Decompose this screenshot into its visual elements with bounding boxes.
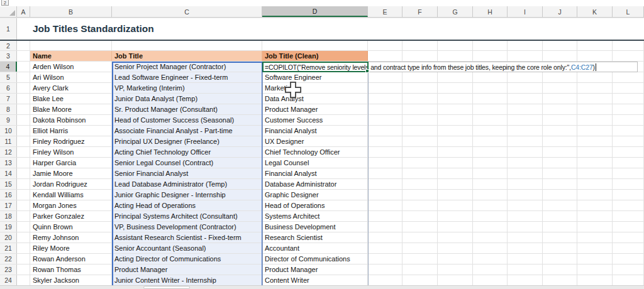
cell-I19[interactable] <box>508 222 543 232</box>
cell-G19[interactable] <box>438 222 473 232</box>
cell-D23[interactable]: Product Manager <box>262 264 368 275</box>
cell-F7[interactable] <box>402 94 438 104</box>
cell-A15[interactable] <box>17 179 30 189</box>
cell-E13[interactable] <box>368 158 402 168</box>
cell-B6[interactable]: Avery Clark <box>30 83 112 93</box>
cell-D16[interactable]: Graphic Designer <box>262 190 368 200</box>
column-header-K[interactable]: K <box>577 6 613 17</box>
cell-F3[interactable] <box>402 51 438 61</box>
cell-A2[interactable] <box>17 41 30 50</box>
cell-I8[interactable] <box>508 104 543 114</box>
cell-C7[interactable]: Junior Data Analyst (Temp) <box>112 94 262 104</box>
row-header-20[interactable]: 20 <box>0 232 17 243</box>
cell-F24[interactable] <box>402 275 438 285</box>
cell-H22[interactable] <box>473 254 508 264</box>
cell-H15[interactable] <box>473 179 508 189</box>
cell-B12[interactable]: Finley Wilson <box>30 147 112 157</box>
cell-C21[interactable]: Senior Accountant (Seasonal) <box>112 243 262 253</box>
cell-H3[interactable] <box>473 51 508 61</box>
cell-C13[interactable]: Senior Legal Counsel (Contract) <box>112 158 262 168</box>
row-header-18[interactable]: 18 <box>0 211 17 221</box>
column-header-C[interactable]: C <box>112 6 262 17</box>
cell-A24[interactable] <box>17 275 30 285</box>
cell-E16[interactable] <box>368 190 402 200</box>
cell-I21[interactable] <box>508 243 543 253</box>
cell-C8[interactable]: Sr. Product Manager (Consultant) <box>112 104 262 114</box>
cell-I9[interactable] <box>508 115 543 125</box>
cell-F17[interactable] <box>402 200 438 210</box>
cell-L14[interactable] <box>613 168 644 178</box>
cell-C22[interactable]: Acting Director of Communications <box>112 254 262 264</box>
cell-I11[interactable] <box>508 136 543 146</box>
cell-B21[interactable]: Riley Moore <box>30 243 112 253</box>
cell-D15[interactable]: Database Administrator <box>262 179 368 189</box>
cell-H19[interactable] <box>473 222 508 232</box>
cell-J10[interactable] <box>543 126 577 136</box>
row-header-1[interactable]: 1 <box>0 18 17 40</box>
cell-D10[interactable]: Financial Analyst <box>262 126 368 136</box>
cell-E20[interactable] <box>368 232 402 243</box>
cell-I22[interactable] <box>508 254 543 264</box>
cell-B18[interactable]: Parker Gonzalez <box>30 211 112 221</box>
cell-C11[interactable]: Principal UX Designer (Freelance) <box>112 136 262 146</box>
cell-K17[interactable] <box>577 200 613 210</box>
cell-J20[interactable] <box>543 232 577 243</box>
cell-I18[interactable] <box>508 211 543 221</box>
select-all-button[interactable] <box>0 6 17 17</box>
cell-H9[interactable] <box>473 115 508 125</box>
cell-C6[interactable]: VP, Marketing (Interim) <box>112 83 262 93</box>
cell-D5[interactable]: Software Engineer <box>262 72 368 82</box>
cell-B2[interactable] <box>30 41 112 50</box>
cell-E23[interactable] <box>368 264 402 275</box>
column-header-H[interactable]: H <box>473 6 508 17</box>
cell-L2[interactable] <box>613 41 644 50</box>
cell-F10[interactable] <box>402 126 438 136</box>
cell-L13[interactable] <box>613 158 644 168</box>
row-header-21[interactable]: 21 <box>0 243 17 253</box>
cell-H16[interactable] <box>473 190 508 200</box>
cell-F2[interactable] <box>402 41 438 50</box>
cell-I16[interactable] <box>508 190 543 200</box>
cell-A17[interactable] <box>17 200 30 210</box>
row-header-23[interactable]: 23 <box>0 264 17 275</box>
cell-I14[interactable] <box>508 168 543 178</box>
cell-B19[interactable]: Quinn Brown <box>30 222 112 232</box>
cell-I7[interactable] <box>508 94 543 104</box>
row-header-11[interactable]: 11 <box>0 136 17 146</box>
cell-C16[interactable]: Junior Graphic Designer - Internship <box>112 190 262 200</box>
cell-G17[interactable] <box>438 200 473 210</box>
column-header-J[interactable]: J <box>543 6 577 17</box>
column-header-E[interactable]: E <box>368 6 402 17</box>
cell-F23[interactable] <box>402 264 438 275</box>
cell-K23[interactable] <box>577 264 613 275</box>
cell-D19[interactable]: Business Development <box>262 222 368 232</box>
cell-B13[interactable]: Harper Garcia <box>30 158 112 168</box>
cell-H18[interactable] <box>473 211 508 221</box>
cell-F22[interactable] <box>402 254 438 264</box>
cell-E6[interactable] <box>368 83 402 93</box>
cell-G18[interactable] <box>438 211 473 221</box>
cell-C23[interactable]: Product Manager <box>112 264 262 275</box>
cell-I15[interactable] <box>508 179 543 189</box>
cell-D6[interactable]: Marketing <box>262 83 368 93</box>
cell-J19[interactable] <box>543 222 577 232</box>
cell-B14[interactable]: Jamie Moore <box>30 168 112 178</box>
cell-B20[interactable]: Remy Johnson <box>30 232 112 243</box>
cell-F12[interactable] <box>402 147 438 157</box>
cell-G3[interactable] <box>438 51 473 61</box>
cell-J15[interactable] <box>543 179 577 189</box>
cell-F8[interactable] <box>402 104 438 114</box>
cell-D21[interactable]: Accountant <box>262 243 368 253</box>
cell-J2[interactable] <box>543 41 577 50</box>
column-header-F[interactable]: F <box>402 6 438 17</box>
cell-J9[interactable] <box>543 115 577 125</box>
horizontal-scrollbar[interactable] <box>0 285 644 289</box>
cell-K7[interactable] <box>577 94 613 104</box>
cell-H10[interactable] <box>473 126 508 136</box>
horizontal-scrollbar-thumb[interactable] <box>143 286 190 289</box>
cell-B9[interactable]: Dakota Robinson <box>30 115 112 125</box>
cell-H7[interactable] <box>473 94 508 104</box>
cell-D18[interactable]: Systems Architect <box>262 211 368 221</box>
cell-K8[interactable] <box>577 104 613 114</box>
cell-E18[interactable] <box>368 211 402 221</box>
